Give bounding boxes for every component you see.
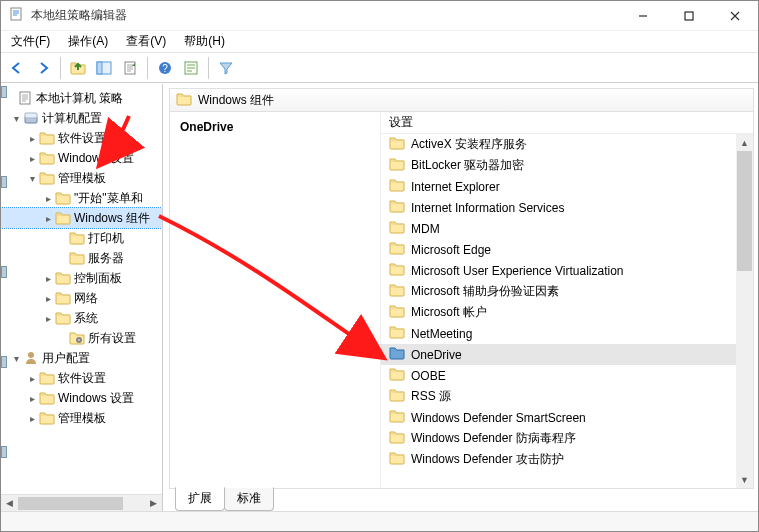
tree-all-settings[interactable]: 所有设置 [1,328,162,348]
tree-label: Windows 组件 [74,210,150,227]
tree-server[interactable]: 服务器 [1,248,162,268]
menu-bar: 文件(F) 操作(A) 查看(V) 帮助(H) [1,31,758,53]
policy-icon [17,90,33,106]
scroll-left-icon[interactable]: ◀ [1,496,18,511]
tree-user-config[interactable]: ▾ 用户配置 [1,348,162,368]
list-item[interactable]: ActiveX 安装程序服务 [381,134,736,155]
expand-icon[interactable]: ▸ [41,313,55,324]
list-item[interactable]: Windows Defender 攻击防护 [381,449,736,470]
toolbar-separator [60,57,61,79]
tree-user-windows[interactable]: ▸ Windows 设置 [1,388,162,408]
list-item[interactable]: BitLocker 驱动器加密 [381,155,736,176]
tree-software-settings[interactable]: ▸ 软件设置 [1,128,162,148]
list-item[interactable]: Microsoft 帐户 [381,302,736,323]
minimize-button[interactable] [620,1,666,31]
folder-icon [55,190,71,206]
up-button[interactable] [66,56,90,80]
scroll-down-icon[interactable]: ▼ [736,471,753,488]
scroll-thumb[interactable] [737,151,752,271]
list-item[interactable]: Microsoft User Experience Virtualization [381,260,736,281]
tree-user-software[interactable]: ▸ 软件设置 [1,368,162,388]
list-item[interactable]: OOBE [381,365,736,386]
tree[interactable]: 本地计算机 策略 ▾ 计算机配置 ▸ [1,84,162,494]
folder-icon [39,410,55,426]
tree-start-menu[interactable]: ▸ "开始"菜单和 [1,188,162,208]
forward-button[interactable] [31,56,55,80]
collapse-icon[interactable]: ▾ [9,353,23,364]
tree-label: 软件设置 [58,370,106,387]
tree-admin-templates[interactable]: ▾ 管理模板 [1,168,162,188]
tree-windows-components[interactable]: ▸ Windows 组件 [1,208,162,228]
list-item[interactable]: Windows Defender 防病毒程序 [381,428,736,449]
list-item[interactable]: RSS 源 [381,386,736,407]
scroll-right-icon[interactable]: ▶ [145,496,162,511]
list-v-scrollbar[interactable]: ▲ ▼ [736,134,753,488]
scroll-thumb[interactable] [18,497,123,510]
list-item[interactable]: Microsoft 辅助身份验证因素 [381,281,736,302]
tab-extended[interactable]: 扩展 [175,487,225,511]
tree-windows-settings[interactable]: ▸ Windows 设置 [1,148,162,168]
list-item[interactable]: MDM [381,218,736,239]
tab-standard[interactable]: 标准 [224,487,274,511]
folder-icon [69,250,85,266]
scroll-track[interactable] [18,496,145,511]
expand-icon[interactable]: ▸ [41,273,55,284]
list-item[interactable]: OneDrive [381,344,736,365]
tree-printers[interactable]: 打印机 [1,228,162,248]
column-header-settings[interactable]: 设置 [381,112,753,134]
tree-control-panel[interactable]: ▸ 控制面板 [1,268,162,288]
svg-point-12 [28,352,34,358]
tree-user-admin-templates[interactable]: ▸ 管理模板 [1,408,162,428]
menu-action[interactable]: 操作(A) [64,31,112,52]
folder-icon [55,270,71,286]
expand-icon[interactable]: ▸ [25,413,39,424]
scroll-up-icon[interactable]: ▲ [736,134,753,151]
tree-computer-config[interactable]: ▾ 计算机配置 [1,108,162,128]
tree-label: 控制面板 [74,270,122,287]
expand-icon[interactable]: ▸ [41,293,55,304]
close-button[interactable] [712,1,758,31]
export-list-button[interactable] [118,56,142,80]
show-hide-tree-button[interactable] [92,56,116,80]
back-button[interactable] [5,56,29,80]
list-item[interactable]: Microsoft Edge [381,239,736,260]
expand-icon[interactable]: ▸ [25,393,39,404]
expand-icon[interactable]: ▸ [41,213,55,224]
tree-h-scrollbar[interactable]: ◀ ▶ [1,494,162,511]
svg-rect-6 [685,12,693,20]
folder-icon [39,390,55,406]
content-header: Windows 组件 [169,88,754,112]
help-button[interactable]: ? [153,56,177,80]
list-item-label: OOBE [411,369,446,383]
tree-label: 计算机配置 [42,110,102,127]
expand-icon[interactable]: ▸ [25,373,39,384]
filter-button[interactable] [214,56,238,80]
expand-icon[interactable]: ▸ [25,153,39,164]
detail-heading: OneDrive [180,120,370,134]
folder-icon [69,230,85,246]
collapse-icon[interactable]: ▾ [25,173,39,184]
list-item-label: RSS 源 [411,388,451,405]
scroll-track[interactable] [736,151,753,471]
folder-icon [389,429,405,448]
expand-icon[interactable]: ▸ [25,133,39,144]
detail-panel: OneDrive [170,112,380,488]
title-bar: 本地组策略编辑器 [1,1,758,31]
tree-label: 所有设置 [88,330,136,347]
menu-help[interactable]: 帮助(H) [180,31,229,52]
tree-system[interactable]: ▸ 系统 [1,308,162,328]
menu-file[interactable]: 文件(F) [7,31,54,52]
list-item[interactable]: NetMeeting [381,323,736,344]
maximize-button[interactable] [666,1,712,31]
list-item[interactable]: Internet Explorer [381,176,736,197]
settings-list[interactable]: ActiveX 安装程序服务BitLocker 驱动器加密Internet Ex… [381,134,736,488]
menu-view[interactable]: 查看(V) [122,31,170,52]
properties-button[interactable] [179,56,203,80]
tree-network[interactable]: ▸ 网络 [1,288,162,308]
expand-icon[interactable]: ▸ [41,193,55,204]
collapse-icon[interactable]: ▾ [9,113,23,124]
tree-root[interactable]: 本地计算机 策略 [1,88,162,108]
list-item[interactable]: Internet Information Services [381,197,736,218]
list-item[interactable]: Windows Defender SmartScreen [381,407,736,428]
folder-icon [389,219,405,238]
